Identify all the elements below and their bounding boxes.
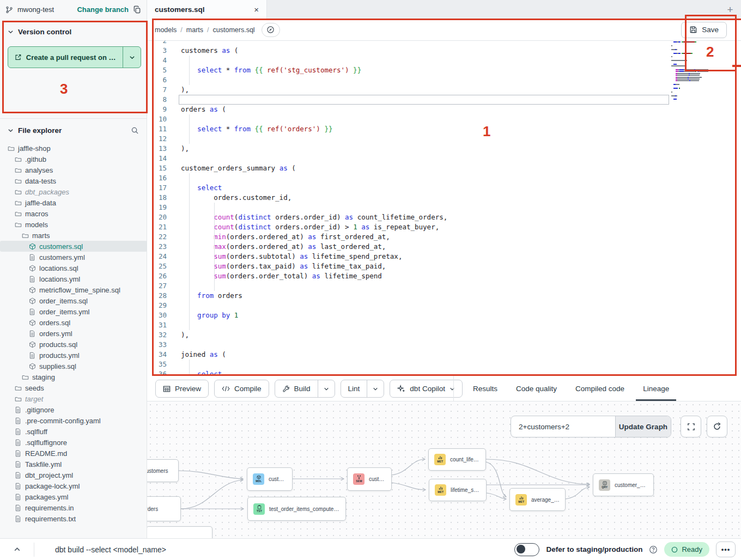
file-tree-item-customers-yml[interactable]: customers.yml — [0, 252, 147, 263]
file-tree-item-seeds[interactable]: seeds — [0, 382, 147, 393]
lineage-node-partial[interactable] — [147, 526, 212, 538]
lineage-node-customers[interactable]: MDLcustomers — [247, 467, 293, 491]
lineage-node-customer-order-metrics[interactable]: QRYcustomer_order_metrics — [593, 473, 654, 496]
lineage-node-stg-customers[interactable]: stg_customers — [147, 459, 179, 482]
file-tree-item-macros[interactable]: macros — [0, 208, 147, 219]
code-line-28[interactable]: 28 from orders — [147, 291, 741, 301]
chevron-up-icon[interactable] — [0, 546, 34, 553]
search-icon[interactable] — [131, 126, 139, 135]
help-icon[interactable] — [649, 545, 658, 554]
code-line-30[interactable]: 30 group by 1 — [147, 311, 741, 320]
breadcrumb-item[interactable]: marts — [186, 26, 203, 34]
file-tree-item-order-items-sql[interactable]: order_items.sql — [0, 295, 147, 306]
code-line-18[interactable]: 18 orders.customer_id, — [147, 193, 741, 203]
lineage-node-customers[interactable]: SEMcustomers — [347, 467, 392, 491]
file-tree-item-supplies-sql[interactable]: supplies.sql — [0, 361, 147, 372]
defer-toggle[interactable] — [514, 543, 539, 556]
tab-results[interactable]: Results — [466, 376, 505, 401]
tab-customers-sql[interactable]: customers.sql × — [147, 0, 267, 19]
file-tree-item-dbt-project-yml[interactable]: dbt_project.yml — [0, 470, 147, 480]
file-tree-item-locations-yml[interactable]: locations.yml — [0, 273, 147, 284]
code-line-24[interactable]: 24 sum(orders.subtotal) as lifetime_spen… — [147, 252, 741, 261]
code-line-20[interactable]: 20 count(distinct orders.order_id) as co… — [147, 212, 741, 222]
version-control-header[interactable]: Version control — [0, 19, 147, 36]
lineage-selector-input[interactable]: 2+customers+2 — [511, 416, 615, 437]
code-line-34[interactable]: 34joined as ( — [147, 350, 741, 360]
lineage-node-count-lifetime-orders[interactable]: METcount_lifetime_orders — [428, 448, 486, 471]
code-line-31[interactable]: 31 — [147, 320, 741, 330]
file-tree-item-orders-yml[interactable]: orders.yml — [0, 328, 147, 339]
file-explorer-header[interactable]: File explorer — [0, 119, 147, 135]
file-tree-item-jaffle-shop[interactable]: jaffle-shop — [0, 143, 147, 154]
compile-button[interactable]: Compile — [214, 380, 269, 398]
code-line-35[interactable]: 35 — [147, 360, 741, 369]
dbt-copilot-button[interactable]: dbt Copilot — [390, 380, 463, 398]
file-tree-item--pre-commit-config-yaml[interactable]: .pre-commit-config.yaml — [0, 415, 147, 426]
code-line-33[interactable]: 33 — [147, 340, 741, 350]
update-graph-button[interactable]: Update Graph — [615, 416, 671, 437]
build-dropdown-caret[interactable] — [318, 380, 335, 397]
tab-code-quality[interactable]: Code quality — [509, 376, 564, 401]
file-tree-item-package-lock-yml[interactable]: package-lock.yml — [0, 480, 147, 491]
code-line-36[interactable]: 36 select — [147, 369, 741, 376]
file-tree-item-analyses[interactable]: analyses — [0, 165, 147, 175]
tab-lineage[interactable]: Lineage — [636, 376, 676, 401]
build-button[interactable]: Build — [275, 380, 335, 398]
fullscreen-button[interactable] — [681, 416, 701, 437]
file-tree-item-products-sql[interactable]: products.sql — [0, 339, 147, 350]
code-line-21[interactable]: 21 count(distinct orders.order_id) > 1 a… — [147, 222, 741, 232]
code-line-23[interactable]: 23 max(orders.ordered_at) as last_ordere… — [147, 242, 741, 252]
code-line-11[interactable]: 11 select * from {{ ref('orders') }} — [147, 124, 741, 134]
code-line-8[interactable]: 8 — [147, 95, 741, 105]
file-tree-item-metricflow-time-spine-sql[interactable]: metricflow_time_spine.sql — [0, 284, 147, 295]
code-line-15[interactable]: 15customer_orders_summary as ( — [147, 163, 741, 173]
code-line-7[interactable]: 7), — [147, 85, 741, 95]
code-line-12[interactable]: 12 — [147, 134, 741, 144]
new-tab-button[interactable]: + — [719, 0, 741, 19]
code-line-5[interactable]: 5 select * from {{ ref('stg_customers') … — [147, 65, 741, 75]
file-tree-item-requirements-txt[interactable]: requirements.txt — [0, 513, 147, 524]
code-line-6[interactable]: 6 — [147, 75, 741, 85]
lineage-node-orders[interactable]: orders — [147, 496, 181, 521]
file-tree-item-locations-sql[interactable]: locations.sql — [0, 263, 147, 273]
lineage-node-lifetime-spend-pretax[interactable]: METlifetime_spend_pretax — [429, 479, 487, 501]
copy-icon[interactable] — [133, 5, 141, 14]
file-tree-item-jaffle-data[interactable]: jaffle-data — [0, 197, 147, 208]
code-line-25[interactable]: 25 sum(orders.tax_paid) as lifetime_tax_… — [147, 261, 741, 271]
breadcrumb-item[interactable]: models — [155, 26, 177, 34]
code-line-26[interactable]: 26 sum(orders.order_total) as lifetime_s… — [147, 271, 741, 281]
code-line-32[interactable]: 32), — [147, 330, 741, 340]
file-tree-item-dbt-packages[interactable]: dbt_packages — [0, 186, 147, 197]
file-tree-item--github[interactable]: .github — [0, 154, 147, 165]
lint-dropdown-caret[interactable] — [367, 380, 384, 397]
file-tree-item-products-yml[interactable]: products.yml — [0, 350, 147, 361]
file-tree-item-taskfile-yml[interactable]: Taskfile.yml — [0, 459, 147, 470]
code-line-29[interactable]: 29 — [147, 301, 741, 311]
close-tab-icon[interactable]: × — [254, 5, 259, 14]
file-tree-item-data-tests[interactable]: data-tests — [0, 175, 147, 186]
minimap[interactable] — [671, 36, 719, 101]
file-tree-item-staging[interactable]: staging — [0, 372, 147, 382]
file-tree-item-requirements-in[interactable]: requirements.in — [0, 502, 147, 513]
code-line-27[interactable]: 27 — [147, 281, 741, 291]
file-tree-item--gitignore[interactable]: .gitignore — [0, 404, 147, 415]
file-tree-item-models[interactable]: models — [0, 219, 147, 230]
lineage-node-test-order-items-compute-to-bools-[interactable]: TSTtest_order_items_compute_to_bools... — [247, 497, 346, 521]
code-content[interactable]: 23customers as (45 select * from {{ ref(… — [147, 36, 741, 376]
file-tree-item-target[interactable]: target — [0, 393, 147, 404]
command-input[interactable]: dbt build --select <model_name> — [55, 545, 166, 554]
preview-button[interactable]: Preview — [155, 380, 209, 398]
code-line-22[interactable]: 22 min(orders.ordered_at) as first_order… — [147, 232, 741, 242]
code-line-9[interactable]: 9orders as ( — [147, 105, 741, 114]
file-tree-item--sqlfluff[interactable]: .sqlfluff — [0, 426, 147, 437]
file-tree-item-packages-yml[interactable]: packages.yml — [0, 491, 147, 502]
code-line-17[interactable]: 17 select — [147, 183, 741, 193]
refresh-button[interactable] — [707, 416, 727, 437]
create-pr-button[interactable]: Create a pull request on Git... — [8, 46, 141, 68]
file-tree-item-customers-sql[interactable]: customers.sql — [0, 241, 147, 252]
pr-dropdown-caret[interactable] — [123, 47, 141, 68]
breadcrumb-item[interactable]: customers.sql — [213, 26, 255, 34]
tab-compiled-code[interactable]: Compiled code — [568, 376, 631, 401]
more-options-button[interactable]: ••• — [716, 541, 736, 557]
file-tree-item-order-items-yml[interactable]: order_items.yml — [0, 306, 147, 317]
